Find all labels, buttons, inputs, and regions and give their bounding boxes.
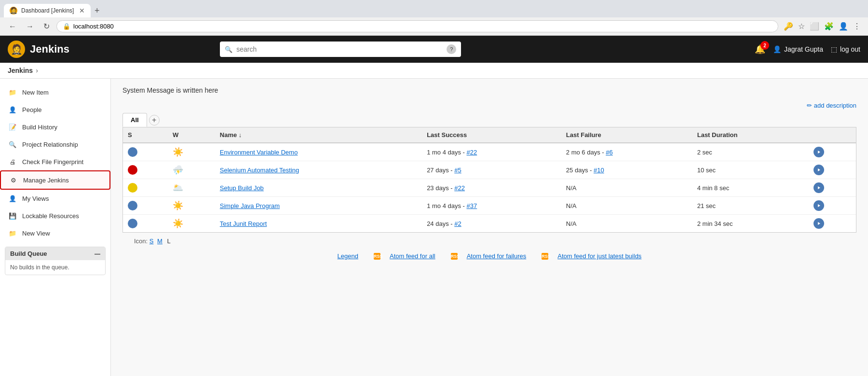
- profile-icon[interactable]: 👤: [837, 20, 850, 32]
- sidebar-item-lockable-resources[interactable]: 💾 Lockable Resources: [0, 207, 110, 224]
- tab-title: Dashboard [Jenkins]: [21, 7, 75, 14]
- sidebar-item-new-item[interactable]: 📁 New Item: [0, 84, 110, 101]
- last-failure-text: 25 days -: [566, 167, 594, 174]
- job-link[interactable]: Setup Build Job: [220, 184, 264, 192]
- content-area: System Message is written here ✏ add des…: [111, 79, 868, 376]
- tabs-bar: All +: [122, 113, 856, 127]
- job-link[interactable]: Selenium Automated Testing: [220, 167, 299, 174]
- sidebar-item-manage-jenkins[interactable]: ⚙ Manage Jenkins: [0, 170, 110, 190]
- last-failure-text: N/A: [566, 220, 577, 227]
- icon-size-m[interactable]: M: [157, 237, 163, 245]
- key-icon[interactable]: 🔑: [782, 20, 795, 32]
- last-failure-cell: 2 mo 6 days - #6: [561, 143, 692, 161]
- user-icon: 👤: [773, 45, 781, 53]
- last-success-link[interactable]: #37: [467, 202, 477, 209]
- breadcrumb-home[interactable]: Jenkins: [8, 67, 33, 74]
- run-button[interactable]: [814, 165, 824, 175]
- run-button[interactable]: [814, 200, 824, 211]
- atom-feed-failures-link[interactable]: Atom feed for failures: [467, 252, 527, 260]
- breadcrumb: Jenkins ›: [0, 63, 868, 79]
- logout-label: log out: [840, 45, 860, 53]
- search-help-button[interactable]: ?: [447, 44, 456, 54]
- weather-icon: ☀️: [173, 147, 183, 157]
- duration-text: 21 sec: [697, 202, 716, 209]
- last-failure-link[interactable]: #6: [606, 149, 612, 156]
- actions-cell: [809, 197, 856, 215]
- sidebar-label-check-fingerprint: Check File Fingerprint: [22, 158, 83, 166]
- manage-icon: ⚙: [9, 175, 18, 185]
- refresh-button[interactable]: ↻: [41, 21, 53, 32]
- job-link[interactable]: Test Junit Report: [220, 220, 267, 227]
- build-history-icon: 📝: [8, 122, 17, 132]
- extension-icon[interactable]: 🧩: [823, 20, 835, 32]
- tab-all[interactable]: All: [122, 113, 147, 127]
- icon-size-s[interactable]: S: [149, 237, 154, 245]
- forward-button[interactable]: →: [23, 21, 37, 32]
- job-link[interactable]: Simple Java Program: [220, 202, 280, 209]
- run-button[interactable]: [814, 147, 824, 157]
- last-failure-link[interactable]: #10: [594, 167, 604, 174]
- minimize-build-queue-button[interactable]: —: [95, 251, 100, 257]
- atom-feed-all-link[interactable]: Atom feed for all: [390, 252, 435, 260]
- duration-text: 10 sec: [697, 167, 716, 174]
- last-failure-cell: N/A: [561, 215, 692, 233]
- sidebar-item-people[interactable]: 👤 People: [0, 101, 110, 118]
- logout-button[interactable]: ⬚ log out: [831, 45, 860, 53]
- build-queue: Build Queue — No builds in the queue.: [5, 247, 106, 275]
- sidebar-item-project-relationship[interactable]: 🔍 Project Relationship: [0, 136, 110, 153]
- last-success-link[interactable]: #22: [467, 149, 477, 156]
- sidebar-item-check-fingerprint[interactable]: 🖨 Check File Fingerprint: [0, 153, 110, 170]
- weather-icon: ☀️: [173, 201, 183, 210]
- run-icon: [816, 150, 821, 154]
- search-input[interactable]: [236, 45, 443, 53]
- weather-icon: ☀️: [173, 219, 183, 228]
- table-row: ⛈️ Selenium Automated Testing 27 days - …: [123, 161, 856, 179]
- tab-bar: 🤵 Dashboard [Jenkins] ✕ +: [0, 0, 868, 17]
- name-cell: Environment Variable Demo: [215, 143, 422, 161]
- run-icon: [816, 167, 821, 172]
- tablet-icon[interactable]: ⬜: [808, 20, 821, 32]
- add-description-link[interactable]: ✏ add description: [807, 102, 856, 109]
- add-tab-button[interactable]: +: [149, 115, 160, 125]
- run-button[interactable]: [814, 218, 824, 229]
- back-button[interactable]: ←: [6, 21, 19, 32]
- star-icon[interactable]: ☆: [797, 20, 806, 32]
- status-indicator: [128, 147, 137, 157]
- new-tab-button[interactable]: +: [95, 6, 100, 16]
- edit-icon: ✏: [807, 102, 812, 109]
- col-header-actions: [809, 127, 856, 143]
- browser-chrome: 🤵 Dashboard [Jenkins] ✕ + ← → ↻ 🔒 🔑 ☆ ⬜ …: [0, 0, 868, 36]
- last-success-link[interactable]: #22: [454, 184, 465, 192]
- user-name: Jagrat Gupta: [784, 45, 823, 53]
- my-views-icon: 👤: [8, 194, 17, 203]
- job-link[interactable]: Environment Variable Demo: [220, 149, 298, 156]
- status-cell: [123, 161, 168, 179]
- sidebar-item-my-views[interactable]: 👤 My Views: [0, 190, 110, 207]
- close-tab-button[interactable]: ✕: [79, 7, 85, 14]
- sidebar-item-build-history[interactable]: 📝 Build History: [0, 118, 110, 136]
- sidebar-label-lockable-resources: Lockable Resources: [22, 212, 79, 220]
- last-success-cell: 23 days - #22: [422, 179, 561, 197]
- notification-bell[interactable]: 🔔 2: [755, 44, 765, 55]
- legend-link[interactable]: Legend: [338, 252, 358, 260]
- user-info[interactable]: 👤 Jagrat Gupta: [773, 45, 823, 53]
- weather-cell: ☀️: [168, 197, 215, 215]
- last-success-link[interactable]: #2: [454, 220, 461, 227]
- last-failure-cell: N/A: [561, 179, 692, 197]
- jenkins-logo: 🤵 Jenkins: [8, 41, 69, 58]
- menu-icon[interactable]: ⋮: [852, 20, 862, 32]
- last-success-link[interactable]: #5: [454, 167, 461, 174]
- address-input[interactable]: [73, 23, 772, 30]
- atom-feed-latest-link[interactable]: Atom feed for just latest builds: [557, 252, 641, 260]
- header-actions: 🔔 2 👤 Jagrat Gupta ⬚ log out: [755, 44, 860, 55]
- jenkins-logo-icon: 🤵: [8, 41, 25, 58]
- sidebar-label-new-view: New View: [22, 230, 50, 237]
- status-indicator: [128, 219, 137, 228]
- sidebar-item-new-view[interactable]: 📁 New View: [0, 224, 110, 242]
- run-button[interactable]: [814, 182, 824, 193]
- sidebar-label-project-relationship: Project Relationship: [22, 141, 78, 148]
- fingerprint-icon: 🖨: [8, 157, 17, 167]
- last-failure-cell: N/A: [561, 197, 692, 215]
- last-success-cell: 24 days - #2: [422, 215, 561, 233]
- address-bar[interactable]: 🔒: [56, 20, 778, 32]
